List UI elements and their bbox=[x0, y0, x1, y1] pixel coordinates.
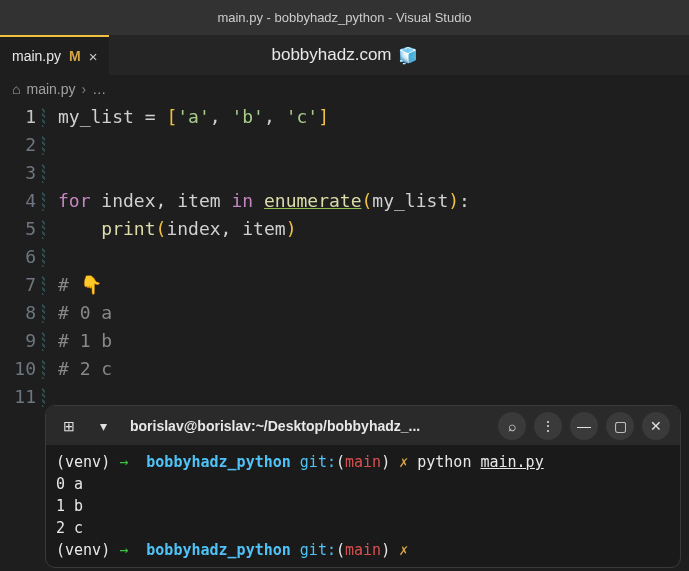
terminal-line: 2 c bbox=[56, 517, 670, 539]
code-line[interactable]: # 👇 bbox=[58, 271, 689, 299]
code-line[interactable]: print(index, item) bbox=[58, 215, 689, 243]
tab-close-icon[interactable]: × bbox=[89, 48, 98, 65]
terminal-title: borislav@borislav:~/Desktop/bobbyhadz_..… bbox=[124, 418, 490, 434]
close-icon[interactable]: ✕ bbox=[642, 412, 670, 440]
code-line[interactable]: my_list = ['a', 'b', 'c'] bbox=[58, 103, 689, 131]
ice-cube-icon: 🧊 bbox=[398, 46, 418, 65]
code-line[interactable]: # 2 c bbox=[58, 355, 689, 383]
terminal-line: 1 b bbox=[56, 495, 670, 517]
window-title: main.py - bobbyhadz_python - Visual Stud… bbox=[217, 10, 471, 25]
line-number: 5 bbox=[0, 215, 36, 243]
new-tab-icon[interactable]: ⊞ bbox=[56, 413, 82, 439]
code-editor[interactable]: 1234567891011 my_list = ['a', 'b', 'c']f… bbox=[0, 103, 689, 411]
line-number: 8 bbox=[0, 299, 36, 327]
terminal-window: ⊞ ▾ borislav@borislav:~/Desktop/bobbyhad… bbox=[45, 405, 681, 568]
terminal-header: ⊞ ▾ borislav@borislav:~/Desktop/bobbyhad… bbox=[46, 406, 680, 445]
search-icon[interactable]: ⌕ bbox=[498, 412, 526, 440]
line-number-gutter: 1234567891011 bbox=[0, 103, 42, 411]
line-number: 9 bbox=[0, 327, 36, 355]
dropdown-icon[interactable]: ▾ bbox=[90, 413, 116, 439]
watermark: bobbyhadz.com 🧊 bbox=[271, 45, 417, 65]
chevron-right-icon: › bbox=[82, 81, 87, 97]
breadcrumb[interactable]: ⌂ main.py › … bbox=[0, 75, 689, 103]
breadcrumb-file[interactable]: main.py bbox=[26, 81, 75, 97]
line-number: 4 bbox=[0, 187, 36, 215]
tab-modified-indicator: M bbox=[69, 48, 81, 64]
line-number: 2 bbox=[0, 131, 36, 159]
code-line[interactable]: # 0 a bbox=[58, 299, 689, 327]
minimize-icon[interactable]: — bbox=[570, 412, 598, 440]
code-line[interactable] bbox=[58, 159, 689, 187]
code-line[interactable] bbox=[58, 243, 689, 271]
fold-strip bbox=[42, 103, 48, 411]
terminal-line: (venv) → bobbyhadz_python git:(main) ✗ p… bbox=[56, 451, 670, 473]
maximize-icon[interactable]: ▢ bbox=[606, 412, 634, 440]
watermark-text: bobbyhadz.com bbox=[271, 45, 391, 65]
line-number: 6 bbox=[0, 243, 36, 271]
line-number: 7 bbox=[0, 271, 36, 299]
terminal-body[interactable]: (venv) → bobbyhadz_python git:(main) ✗ p… bbox=[46, 445, 680, 567]
terminal-line: (venv) → bobbyhadz_python git:(main) ✗ bbox=[56, 539, 670, 561]
code-area[interactable]: my_list = ['a', 'b', 'c']for index, item… bbox=[48, 103, 689, 411]
line-number: 10 bbox=[0, 355, 36, 383]
window-titlebar: main.py - bobbyhadz_python - Visual Stud… bbox=[0, 0, 689, 35]
menu-icon[interactable]: ⋮ bbox=[534, 412, 562, 440]
line-number: 1 bbox=[0, 103, 36, 131]
code-line[interactable] bbox=[58, 131, 689, 159]
line-number: 11 bbox=[0, 383, 36, 411]
code-line[interactable]: for index, item in enumerate(my_list): bbox=[58, 187, 689, 215]
tab-main-py[interactable]: main.py M × bbox=[0, 35, 109, 75]
code-line[interactable]: # 1 b bbox=[58, 327, 689, 355]
line-number: 3 bbox=[0, 159, 36, 187]
terminal-line: 0 a bbox=[56, 473, 670, 495]
tab-filename: main.py bbox=[12, 48, 61, 64]
breadcrumb-ellipsis[interactable]: … bbox=[92, 81, 106, 97]
tab-bar: main.py M × bobbyhadz.com 🧊 bbox=[0, 35, 689, 75]
home-icon: ⌂ bbox=[12, 81, 20, 97]
